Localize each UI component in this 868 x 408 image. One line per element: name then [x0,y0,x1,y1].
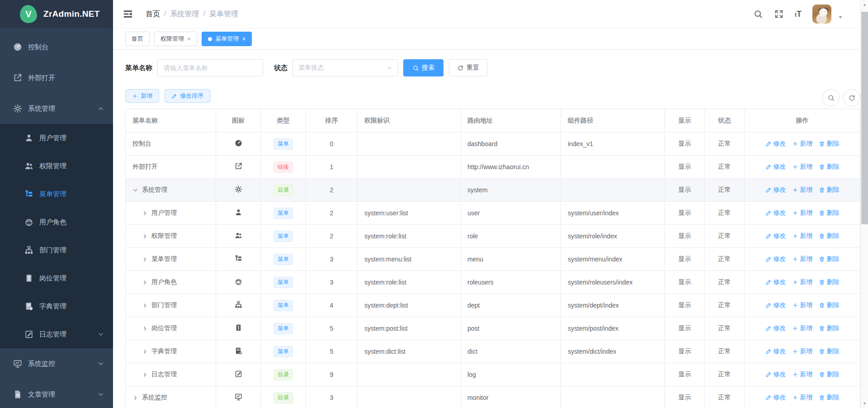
close-icon[interactable]: × [242,36,245,42]
visible-cell: 显示 [665,202,705,225]
add-link[interactable]: 新增 [792,301,813,309]
sidebar-item[interactable]: 系统监控 [0,348,113,379]
delete-link[interactable]: 删除 [819,347,840,356]
edit-link[interactable]: 修改 [765,140,786,148]
delete-link[interactable]: 删除 [819,186,840,194]
edit-link-label: 修改 [774,209,786,217]
fullscreen-icon[interactable] [774,9,784,19]
status-select[interactable]: 菜单状态 [292,59,398,76]
status-cell: 正常 [705,386,745,408]
chevron-down-icon[interactable] [838,14,843,20]
avatar[interactable] [812,5,831,24]
add-link[interactable]: 新增 [792,232,813,240]
chevron-right-icon[interactable] [142,256,148,262]
delete-link[interactable]: 删除 [819,255,840,263]
menu-type-cell: 目录 [261,386,306,408]
component-cell [561,363,665,386]
reset-button[interactable]: 重置 [449,59,487,76]
chevron-right-icon[interactable] [142,280,148,285]
sidebar-item[interactable]: 文章管理 [0,379,113,408]
tab-菜单管理[interactable]: 菜单管理× [202,32,252,46]
chevron-right-icon[interactable] [142,372,148,378]
search-icon[interactable] [753,9,763,19]
edit-link[interactable]: 修改 [765,209,786,217]
add-link[interactable]: 新增 [792,209,813,217]
edit-link[interactable]: 修改 [765,255,786,263]
sidebar-item[interactable]: 用户管理 [0,124,113,152]
add-link[interactable]: 新增 [792,324,813,332]
edit-link[interactable]: 修改 [765,370,786,379]
sidebar-item[interactable]: 系统管理 [0,93,113,124]
delete-link-label: 删除 [827,347,840,356]
add-link[interactable]: 新增 [792,255,813,263]
close-icon[interactable]: × [187,36,191,42]
add-link[interactable]: 新增 [792,140,813,148]
edit-link-label: 修改 [774,186,786,194]
add-link[interactable]: 新增 [792,163,813,171]
sidebar-item[interactable]: 部门管理 [0,236,113,264]
sidebar-item[interactable]: 控制台 [0,32,113,62]
visible-cell: 显示 [665,225,705,248]
edit-link[interactable]: 修改 [765,301,786,309]
sidebar-item[interactable]: 权限管理 [0,152,113,180]
chevron-right-icon[interactable] [142,233,148,239]
delete-link[interactable]: 删除 [819,370,840,379]
edit-link[interactable]: 修改 [765,163,786,171]
delete-link[interactable]: 删除 [819,301,840,309]
tab-权限管理[interactable]: 权限管理× [154,32,197,46]
menu-name-input[interactable] [157,59,263,76]
scrollbar-thumb[interactable] [861,12,868,224]
delete-link[interactable]: 删除 [819,140,840,148]
chevron-down-icon[interactable] [132,187,138,193]
sidebar-item[interactable]: 日志管理 [0,320,113,348]
breadcrumb: 首页/系统管理/菜单管理 [146,9,238,19]
edit-link[interactable]: 修改 [765,278,786,286]
chevron-right-icon[interactable] [132,395,138,401]
delete-link[interactable]: 删除 [819,278,840,286]
delete-link[interactable]: 删除 [819,232,840,240]
menu-type-cell: 菜单 [261,225,306,248]
show-search-button[interactable] [822,89,840,106]
sidebar-item[interactable]: 外部打开 [0,62,113,93]
search-button[interactable]: 搜索 [403,59,443,76]
edit-link[interactable]: 修改 [765,347,786,356]
chevron-right-icon[interactable] [142,349,148,355]
add-button[interactable]: 新增 [125,89,159,103]
sidebar-collapse-icon[interactable] [123,9,133,19]
sidebar-item[interactable]: 用户角色 [0,208,113,236]
delete-link[interactable]: 删除 [819,163,840,171]
add-link[interactable]: 新增 [792,394,813,402]
add-link[interactable]: 新增 [792,347,813,356]
delete-link[interactable]: 删除 [819,324,840,332]
tab-首页[interactable]: 首页 [125,32,150,46]
page-scrollbar[interactable]: ▲ ▼ [860,0,868,408]
refresh-table-button[interactable] [843,89,860,106]
sidebar-item[interactable]: 字典管理 [0,292,113,320]
breadcrumb-item[interactable]: 首页 [146,9,160,19]
edit-link[interactable]: 修改 [765,232,786,240]
chevron-right-icon[interactable] [142,303,148,308]
delete-link[interactable]: 删除 [819,209,840,217]
menu-type-cell: 目录 [261,179,306,202]
delete-link[interactable]: 删除 [819,394,840,402]
sidebar-item[interactable]: 菜单管理 [0,180,113,208]
add-link[interactable]: 新增 [792,186,813,194]
route-cell: dashboard [461,133,561,156]
edit-link[interactable]: 修改 [765,186,786,194]
modify-sort-button[interactable]: 修改排序 [165,89,210,103]
edit-icon [765,279,772,285]
chevron-right-icon[interactable] [142,210,148,216]
add-link[interactable]: 新增 [792,278,813,286]
edit-link[interactable]: 修改 [765,324,786,332]
sidebar-submenu: 用户管理权限管理菜单管理用户角色部门管理岗位管理字典管理日志管理 [0,124,113,348]
add-link[interactable]: 新增 [792,370,813,379]
topbar: 首页/系统管理/菜单管理 tT [113,0,868,28]
scroll-down-icon[interactable]: ▼ [861,400,868,407]
edit-link[interactable]: 修改 [765,394,786,402]
sidebar-item[interactable]: 岗位管理 [0,264,113,292]
sidebar-item-label: 日志管理 [39,330,98,339]
menu-type-cell: 菜单 [261,248,306,271]
font-size-icon[interactable]: tT [795,9,802,19]
scroll-up-icon[interactable]: ▲ [861,1,868,8]
chevron-right-icon[interactable] [142,326,148,332]
